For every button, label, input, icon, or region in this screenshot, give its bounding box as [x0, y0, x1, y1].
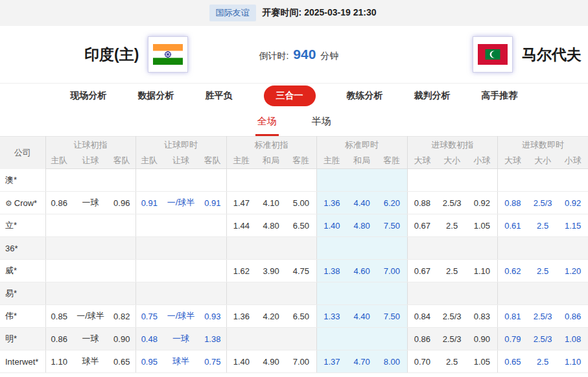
odds-cell[interactable]: 0.82 [108, 305, 135, 328]
odds-cell[interactable]: 0.86 [558, 305, 588, 328]
odds-cell[interactable]: 0.88 [497, 192, 528, 214]
odds-cell[interactable]: 1.08 [558, 328, 588, 350]
odds-cell[interactable]: 1.33 [316, 305, 347, 328]
odds-cell[interactable]: 6.50 [286, 214, 316, 237]
odds-cell[interactable]: 1.05 [467, 350, 497, 373]
odds-cell[interactable]: 2.5 [437, 214, 467, 237]
odds-cell[interactable]: 0.67 [407, 214, 437, 237]
nav-tab-3[interactable]: 三合一 [264, 86, 316, 106]
company-cell[interactable]: Interwet* [0, 350, 45, 373]
company-cell[interactable]: 澳* [0, 169, 45, 192]
odds-cell[interactable]: 4.10 [256, 192, 286, 214]
odds-cell[interactable]: 0.70 [407, 350, 437, 373]
scope-tab-1[interactable]: 半场 [310, 108, 333, 136]
odds-cell[interactable]: 球半 [73, 350, 108, 373]
odds-cell[interactable]: 0.86 [45, 192, 73, 214]
odds-cell[interactable]: 5.00 [286, 192, 316, 214]
company-cell[interactable]: 立* [0, 214, 45, 237]
odds-cell[interactable]: 2.5 [437, 350, 467, 373]
odds-cell[interactable]: 4.60 [347, 260, 377, 282]
company-cell[interactable]: 伟* [0, 305, 45, 328]
odds-cell[interactable]: 2.5/3 [437, 192, 467, 214]
odds-cell[interactable]: 2.5 [528, 350, 558, 373]
odds-cell[interactable]: 1.05 [467, 214, 497, 237]
odds-cell[interactable]: 1.44 [226, 214, 256, 237]
odds-cell[interactable]: 8.00 [377, 350, 407, 373]
odds-cell[interactable]: 1.62 [226, 260, 256, 282]
odds-cell[interactable]: 1.40 [226, 350, 256, 373]
nav-tab-5[interactable]: 裁判分析 [414, 90, 451, 102]
odds-cell[interactable]: 7.00 [286, 350, 316, 373]
odds-cell[interactable]: 0.86 [45, 328, 73, 350]
odds-cell[interactable]: 一球 [163, 328, 199, 350]
odds-cell[interactable]: 球半 [163, 350, 199, 373]
company-cell[interactable]: 36* [0, 237, 45, 260]
odds-cell[interactable]: 0.84 [407, 305, 437, 328]
odds-cell[interactable]: 7.50 [377, 305, 407, 328]
odds-cell[interactable]: 6.20 [377, 192, 407, 214]
odds-cell[interactable]: 1.38 [316, 260, 347, 282]
nav-tab-2[interactable]: 胜平负 [206, 90, 233, 102]
odds-cell[interactable]: 0.79 [497, 328, 528, 350]
odds-cell[interactable]: 0.90 [108, 328, 135, 350]
odds-cell[interactable]: 4.90 [256, 350, 286, 373]
odds-cell[interactable]: 2.5/3 [437, 305, 467, 328]
odds-cell[interactable]: 4.40 [347, 305, 377, 328]
odds-cell[interactable]: 4.75 [286, 260, 316, 282]
odds-cell[interactable]: 0.93 [199, 305, 226, 328]
odds-cell[interactable]: 2.5/3 [528, 192, 558, 214]
odds-cell[interactable]: 6.50 [286, 305, 316, 328]
nav-tab-6[interactable]: 高手推荐 [482, 90, 518, 102]
away-team-name[interactable]: 马尔代夫 [522, 45, 582, 65]
odds-cell[interactable]: 1.37 [316, 350, 347, 373]
nav-tab-4[interactable]: 教练分析 [347, 90, 383, 102]
odds-cell[interactable]: 0.96 [108, 192, 135, 214]
odds-cell[interactable]: 0.83 [467, 305, 497, 328]
odds-cell[interactable]: 2.5 [528, 260, 558, 282]
odds-cell[interactable]: 4.80 [347, 214, 377, 237]
company-cell[interactable]: 易* [0, 282, 45, 305]
odds-cell[interactable]: 0.65 [497, 350, 528, 373]
odds-cell[interactable]: 7.00 [377, 260, 407, 282]
odds-cell[interactable]: 1.10 [467, 260, 497, 282]
odds-cell[interactable]: 1.10 [558, 350, 588, 373]
odds-cell[interactable]: 0.92 [467, 192, 497, 214]
odds-cell[interactable]: 1.38 [199, 328, 226, 350]
odds-cell[interactable]: 2.5/3 [437, 328, 467, 350]
league-badge[interactable]: 国际友谊 [209, 5, 256, 21]
odds-cell[interactable]: 7.50 [377, 214, 407, 237]
odds-cell[interactable]: 一/球半 [163, 192, 199, 214]
odds-cell[interactable]: 4.80 [256, 214, 286, 237]
odds-cell[interactable]: 0.75 [199, 350, 226, 373]
odds-cell[interactable]: 0.91 [135, 192, 163, 214]
odds-cell[interactable]: 0.48 [135, 328, 163, 350]
company-cell[interactable]: 威* [0, 260, 45, 282]
home-team-name[interactable]: 印度(主) [84, 45, 139, 65]
odds-cell[interactable]: 0.67 [407, 260, 437, 282]
company-cell[interactable]: ⚙Crow* [0, 192, 45, 214]
odds-cell[interactable]: 0.88 [407, 192, 437, 214]
odds-cell[interactable]: 1.40 [316, 214, 347, 237]
odds-cell[interactable]: 0.62 [497, 260, 528, 282]
nav-tab-1[interactable]: 数据分析 [138, 90, 174, 102]
scope-tab-0[interactable]: 全场 [255, 108, 279, 136]
odds-cell[interactable]: 0.92 [558, 192, 588, 214]
odds-cell[interactable]: 一球 [73, 192, 108, 214]
odds-cell[interactable]: 0.85 [45, 305, 73, 328]
odds-cell[interactable]: 1.36 [226, 305, 256, 328]
odds-cell[interactable]: 一/球半 [73, 305, 108, 328]
odds-cell[interactable]: 0.90 [467, 328, 497, 350]
odds-cell[interactable]: 4.70 [347, 350, 377, 373]
odds-cell[interactable]: 4.40 [347, 192, 377, 214]
odds-cell[interactable]: 2.5/3 [528, 305, 558, 328]
odds-cell[interactable]: 0.65 [108, 350, 135, 373]
odds-cell[interactable]: 1.36 [316, 192, 347, 214]
odds-cell[interactable]: 3.90 [256, 260, 286, 282]
odds-cell[interactable]: 1.47 [226, 192, 256, 214]
odds-cell[interactable]: 0.81 [497, 305, 528, 328]
odds-cell[interactable]: 1.15 [558, 214, 588, 237]
company-cell[interactable]: 明* [0, 328, 45, 350]
odds-cell[interactable]: 0.86 [407, 328, 437, 350]
odds-cell[interactable]: 2.5 [437, 260, 467, 282]
odds-cell[interactable]: 1.10 [45, 350, 73, 373]
